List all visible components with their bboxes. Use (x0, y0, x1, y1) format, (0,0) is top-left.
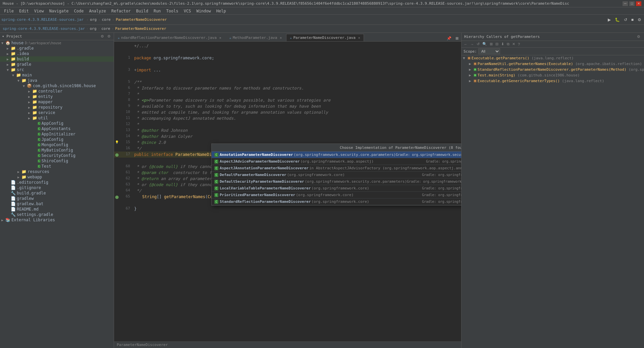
toolbar-settings-button[interactable]: ⚙ (636, 17, 643, 23)
tree-item-AppConstants[interactable]: ▶ C AppConstants (0, 126, 114, 131)
maximize-button[interactable]: □ (629, 1, 635, 6)
tree-item-build-gradle[interactable]: ▶ 🔧 build.gradle (0, 190, 114, 196)
tree-item-house[interactable]: ▼ 🏠 house D:\workspace\house (0, 40, 114, 46)
scope-select[interactable]: All Project Test (478, 48, 500, 54)
toolbar-debug-button[interactable]: 🐛 (613, 17, 621, 23)
sidebar-gear-btn[interactable]: ⚙ (106, 34, 112, 39)
impl-row-8[interactable]: C StandardReflectionParameterNameDiscove… (212, 198, 461, 205)
menu-code[interactable]: Code (71, 8, 87, 14)
impl-pkg-4: (org.springframework.core) (287, 173, 345, 177)
tree-item-gradle[interactable]: ▶ 📁 .gradle (0, 46, 114, 51)
tree-item-mapper[interactable]: ▶ 📁 mapper (0, 99, 114, 105)
editor-pin-btn[interactable]: 📌 (445, 36, 453, 41)
tab-close-method[interactable]: ✕ (280, 36, 282, 40)
menu-view[interactable]: View (32, 8, 47, 14)
toolbar-rerun-button[interactable]: ↺ (623, 17, 629, 23)
h-back-btn[interactable]: ← (463, 42, 469, 47)
tree-item-settings-gradle[interactable]: ▶ 🔧 settings.gradle (0, 212, 114, 217)
menu-vcs[interactable]: VCS (181, 8, 194, 14)
tree-item-AppInitializer[interactable]: ▶ C AppInitializer (0, 131, 114, 137)
h-item-2[interactable]: ▶ m ParamNameUtil.getParameterNames(Exec… (462, 61, 644, 67)
tab-close-paramname[interactable]: ✕ (358, 36, 360, 40)
tree-item-gradlew-bat[interactable]: ▶ 📄 gradlew.bat (0, 201, 114, 207)
h-copy-btn[interactable]: ⧉ (506, 42, 511, 47)
h-expand-btn[interactable]: ⊞ (489, 42, 494, 47)
h-find-btn[interactable]: 🔍 (481, 42, 488, 47)
h-collapse-btn[interactable]: ⊟ (494, 42, 499, 47)
h-refresh-btn[interactable]: ↺ (476, 42, 481, 47)
tree-item-editorconfig[interactable]: ▶ 📄 .editorconfig (0, 180, 114, 185)
tree-item-com[interactable]: ▼ 📦 com.github.since1986.house (0, 83, 114, 89)
tree-item-SecurityConfig[interactable]: ▶ C SecurityConfig (0, 153, 114, 158)
h-forward-btn[interactable]: → (469, 42, 475, 47)
toolbar-run-button[interactable]: ▶ (606, 17, 612, 23)
h-item-5[interactable]: ▶ m Executable.getGenericParameterTypes(… (462, 78, 644, 84)
menu-navigate[interactable]: Navigate (47, 8, 71, 14)
editor-split-btn[interactable]: ⊞ (454, 36, 460, 41)
tree-item-idea[interactable]: ▶ 📁 .idea (0, 51, 114, 56)
tree-label-MyBatisConfig: MyBatisConfig (42, 148, 73, 153)
tree-item-Test[interactable]: ▶ C Test (0, 164, 114, 169)
tree-item-controller[interactable]: ▶ 📁 controller (0, 89, 114, 94)
tree-item-ShiroConfig[interactable]: ▶ C ShiroConfig (0, 158, 114, 164)
h-help-btn[interactable]: ? (517, 42, 521, 47)
menu-edit[interactable]: Edit (16, 8, 32, 14)
sidebar-sync-btn[interactable]: ⚙ (100, 34, 105, 39)
tree-item-src[interactable]: ▼ 📁 src (0, 67, 114, 72)
menu-analyze[interactable]: Analyze (86, 8, 109, 14)
impl-row-3[interactable]: C AspectJAnnotationParameterNameDiscover… (212, 165, 461, 172)
tab-close-standard[interactable]: ✕ (219, 36, 221, 40)
minimize-button[interactable]: ─ (623, 1, 628, 6)
tab-method[interactable]: ☕ MethodParameter.java ✕ (226, 34, 286, 41)
menu-window[interactable]: Window (194, 8, 213, 14)
build-folder-icon: 📁 (11, 57, 16, 61)
tab-icon-standard: ☕ (118, 36, 120, 40)
h-item-1[interactable]: ▼ m Executable.getParameters() (java.lan… (462, 55, 644, 61)
h-cancel-btn[interactable]: ✕ (511, 42, 516, 47)
hierarchy-settings-btn[interactable]: ⚙ (636, 34, 641, 39)
breadcrumb-item-1[interactable]: spring-core-4.3.9.RELEASE-sources.jar (3, 26, 85, 31)
impl-pkg-8: (org.springframework.core) (312, 199, 369, 204)
tree-item-readme[interactable]: ▶ 📄 README.md (0, 207, 114, 212)
tree-item-util[interactable]: ▶ 📁 util (0, 115, 114, 121)
tree-item-MongoConfig[interactable]: ▶ C MongoConfig (0, 142, 114, 148)
impl-row-1[interactable]: C AnnotationParameterNameDiscoverer (org… (212, 152, 461, 158)
breadcrumb-item-2[interactable]: org (90, 26, 97, 31)
menu-help[interactable]: Help (214, 8, 229, 14)
menu-build[interactable]: Build (133, 8, 151, 14)
tree-item-gitignore[interactable]: ▶ 📄 .gitignore (0, 185, 114, 190)
tree-item-gradle-sub[interactable]: ▶ 📁 gradle (0, 62, 114, 67)
tab-paramname[interactable]: ☕ ParameterNameDiscoverer.java ✕ (286, 34, 364, 41)
h-item-4[interactable]: ▶ m Test.main(String) (com.github.since1… (462, 72, 644, 78)
impl-row-4[interactable]: C DefaultParameterNameDiscoverer (org.sp… (212, 172, 461, 178)
h-export-btn[interactable]: ⬇ (500, 42, 505, 47)
tree-item-service[interactable]: ▶ 📁 service (0, 110, 114, 115)
impl-row-5[interactable]: C DefaultSecurityParameterNameDiscoverer… (212, 178, 461, 185)
menu-tools[interactable]: Tools (164, 8, 181, 14)
tree-item-main[interactable]: ▼ 📁 main (0, 72, 114, 78)
breadcrumb-item-3[interactable]: core (101, 26, 110, 31)
tree-item-webapp[interactable]: ▶ 📁 webapp (0, 174, 114, 180)
breadcrumb-item-4[interactable]: ParameterNameDiscoverer (115, 26, 166, 31)
tree-item-build[interactable]: ▶ 📁 build (0, 56, 114, 62)
tree-item-external-libs[interactable]: ▶ 📚 External Libraries (0, 217, 114, 223)
tree-item-entity[interactable]: ▶ 📁 entity (0, 94, 114, 99)
tree-item-AppConfig[interactable]: ▶ C AppConfig (0, 121, 114, 126)
close-button[interactable]: ✕ (636, 1, 641, 6)
tree-item-JpaConfig[interactable]: ▶ C JpaConfig (0, 137, 114, 142)
tab-standard[interactable]: ☕ ndardReflectionParameterNameDiscoverer… (114, 34, 225, 41)
tree-item-repository[interactable]: ▶ 📁 repository (0, 105, 114, 110)
impl-row-2[interactable]: C AspectJAdviceParameterNameDiscoverer (… (212, 158, 461, 165)
h-item-3[interactable]: ▶ m StandardReflectionParameterNameDisco… (462, 67, 644, 72)
tree-item-resources[interactable]: ▶ 📁 resources (0, 169, 114, 174)
tree-item-MyBatisConfig[interactable]: ▶ C MyBatisConfig (0, 148, 114, 153)
menu-run[interactable]: Run (151, 8, 164, 14)
tree-item-java[interactable]: ▼ 📁 java (0, 78, 114, 83)
toolbar-stop-button[interactable]: ■ (630, 17, 635, 23)
menu-refactor[interactable]: Refactor (109, 8, 133, 14)
impl-row-6[interactable]: C LocalVariableTableParameterNameDiscove… (212, 185, 461, 192)
tree-item-gradlew[interactable]: ▶ 📄 gradlew (0, 196, 114, 201)
menu-file[interactable]: File (1, 8, 16, 14)
impl-row-7[interactable]: C PrioritizedParameterNameDiscoverer (or… (212, 192, 461, 198)
tree-label-main: main (22, 73, 32, 77)
